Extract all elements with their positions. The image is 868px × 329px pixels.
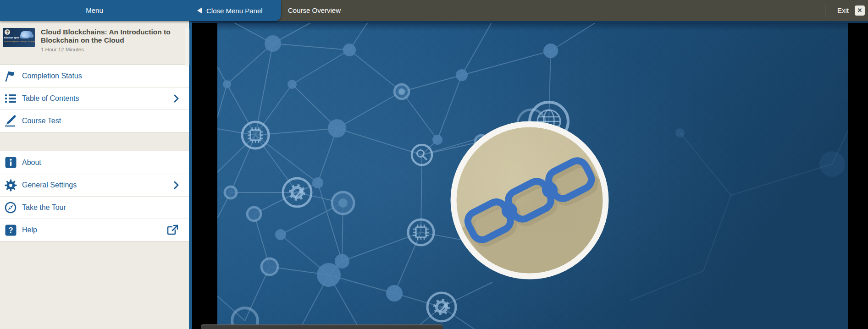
sidebar-item-label: General Settings	[22, 181, 77, 189]
sidebar-item-take-the-tour[interactable]: Take the Tour	[0, 196, 189, 219]
menu-group-course: Completion Status Table of Contents	[0, 64, 189, 132]
sidebar-item-table-of-contents[interactable]: Table of Contents	[0, 87, 189, 110]
sidebar: Kishan Iyer Software Engineer and Big Da…	[0, 21, 189, 329]
sidebar-item-label: Course Test	[22, 117, 61, 125]
menu-panel-title: Menu	[0, 0, 189, 21]
sidebar-group-gap	[0, 132, 189, 151]
author-role: Software Engineer and Big Data Expert	[4, 40, 35, 43]
sidebar-scrollbar-track	[189, 21, 192, 329]
chevron-right-icon	[174, 181, 179, 189]
menu-group-general: About	[0, 151, 189, 241]
sidebar-item-course-test[interactable]: Course Test	[0, 110, 189, 132]
gear-icon	[4, 179, 17, 192]
close-menu-panel-button[interactable]: Close Menu Panel	[197, 0, 263, 21]
compass-icon	[4, 201, 17, 214]
close-x-icon[interactable]: ✕	[855, 5, 865, 16]
sidebar-item-completion-status[interactable]: Completion Status	[0, 65, 189, 87]
top-bar-divider	[825, 4, 825, 17]
sidebar-item-general-settings[interactable]: General Settings	[0, 174, 189, 196]
cloud-graphic	[21, 31, 33, 38]
sidebar-item-label: About	[22, 159, 41, 167]
player-control-bar[interactable]	[201, 324, 443, 329]
sidebar-item-about[interactable]: About	[0, 151, 189, 174]
exit-button[interactable]: Exit	[837, 0, 849, 21]
sidebar-item-label: Help	[22, 226, 37, 234]
close-menu-panel-label: Close Menu Panel	[206, 7, 263, 15]
chevron-right-icon	[174, 94, 179, 103]
course-title-block: Cloud Blockchains: An Introduction to Bl…	[41, 28, 186, 64]
flag-icon	[4, 70, 17, 82]
course-duration: 1 Hour 12 Minutes	[41, 47, 186, 52]
top-bar: Menu Close Menu Panel Course Overview Ex…	[0, 0, 868, 21]
list-icon	[4, 92, 17, 105]
author-avatar	[5, 29, 10, 35]
sidebar-item-label: Take the Tour	[22, 203, 66, 212]
course-title: Cloud Blockchains: An Introduction to Bl…	[41, 28, 186, 45]
menu-panel-header: Menu Close Menu Panel	[0, 0, 281, 21]
tab-course-overview[interactable]: Course Overview	[288, 0, 341, 21]
stage-top-edge	[192, 21, 868, 23]
collapse-left-icon	[197, 7, 202, 14]
sidebar-item-label: Completion Status	[22, 72, 82, 80]
author-name: Kishan Iyer	[4, 36, 19, 39]
slide-image	[217, 21, 848, 329]
sidebar-scrollbar-thumb[interactable]	[185, 27, 189, 66]
course-header: Kishan Iyer Software Engineer and Big Da…	[0, 21, 189, 64]
sidebar-item-label: Table of Contents	[22, 94, 79, 103]
sidebar-item-help[interactable]: ? Help	[0, 219, 189, 241]
content-stage	[192, 21, 868, 329]
svg-text:?: ?	[8, 226, 13, 235]
external-link-icon	[166, 224, 179, 236]
pencil-icon	[4, 115, 17, 127]
course-thumbnail: Kishan Iyer Software Engineer and Big Da…	[3, 28, 35, 47]
question-icon: ?	[4, 224, 17, 236]
info-icon	[4, 156, 17, 169]
